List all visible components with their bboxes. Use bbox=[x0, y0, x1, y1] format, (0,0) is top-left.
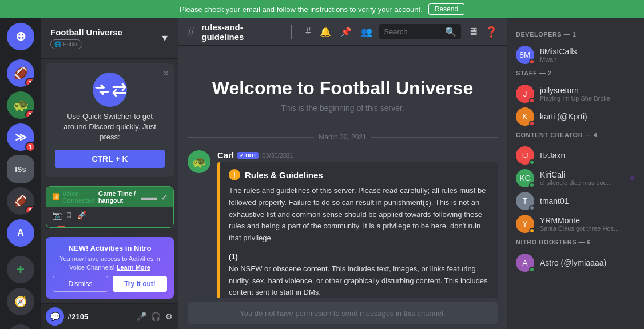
nitro-promo-title: NEW! Activities in Nitro bbox=[53, 244, 167, 252]
screen-share-icon[interactable]: 🖥 bbox=[65, 211, 73, 220]
voice-user-avatar: 🐸 bbox=[52, 226, 70, 228]
list-item[interactable]: IJItzJaxn bbox=[511, 144, 639, 167]
tryit-button[interactable]: Try it out! bbox=[113, 276, 167, 292]
user-controls: 🎤 🎧 ⚙ bbox=[136, 311, 174, 322]
server-icon-iss[interactable]: ISs bbox=[7, 155, 34, 183]
member-info: 8MistCallsMwah bbox=[540, 47, 635, 63]
learn-more-link[interactable]: Learn More bbox=[117, 264, 150, 271]
channel-hash-icon: # bbox=[188, 25, 194, 39]
channel-name: rules-and-guidelines bbox=[201, 22, 284, 42]
message-content: Carl ✓ BOT 03/30/2021 ! Rules & Guidelin… bbox=[217, 150, 498, 298]
member-info: jollysreturnPlaying Im Up She Broke bbox=[540, 86, 635, 102]
headset-icon[interactable]: 🎧 bbox=[150, 311, 162, 322]
list-item[interactable]: JjollysreturnPlaying Im Up She Broke bbox=[511, 82, 639, 105]
rules-section-num: (1) bbox=[229, 251, 488, 263]
nitro-promo-subtitle: You now have access to Activities in Voi… bbox=[53, 255, 167, 271]
welcome-subtitle: This is the beginning of this server. bbox=[188, 103, 498, 113]
notification-badge-4: 2 bbox=[25, 206, 34, 215]
expand-icon[interactable]: ⤢ bbox=[161, 192, 168, 202]
avatar: IJ bbox=[516, 146, 534, 164]
help-icon[interactable]: ❓ bbox=[485, 26, 498, 38]
member-name: KiriCali bbox=[540, 170, 622, 179]
server-icon-4[interactable]: 🏈 2 bbox=[7, 187, 34, 215]
member-name: tmant01 bbox=[540, 196, 635, 206]
search-input[interactable] bbox=[384, 27, 442, 36]
member-info: KiriCaliel silencio dice mas que... bbox=[540, 170, 622, 186]
member-info: tmant01 bbox=[540, 196, 635, 206]
member-status: Mwah bbox=[540, 56, 635, 63]
member-info: ItzJaxn bbox=[540, 151, 635, 160]
server-name: Football Universe bbox=[50, 27, 122, 37]
list-item[interactable]: Ttmant01 bbox=[511, 190, 639, 212]
user-name: #2105 bbox=[67, 312, 132, 321]
member-name: jollysreturn bbox=[540, 86, 635, 95]
date-divider: March 30, 2021 bbox=[188, 133, 498, 141]
member-category: STAFF — 2 bbox=[507, 66, 644, 80]
user-settings-icon[interactable]: ⚙ bbox=[164, 311, 174, 322]
server-icon-5[interactable]: A bbox=[7, 219, 34, 247]
server-list: ⊕ 🏈 1 🐢 1 ≫ 1 ISs 🏈 2 A + 🧭 ⬇ bbox=[0, 18, 41, 329]
dismiss-button[interactable]: Dismiss bbox=[53, 276, 108, 292]
member-category: CONTENT CREATOR — 4 bbox=[507, 128, 644, 142]
quick-switcher-icon: ⇄ bbox=[93, 73, 127, 107]
server-header[interactable]: Football Universe 🌐 Public ▼ bbox=[41, 18, 178, 59]
avatar: J bbox=[516, 85, 534, 103]
welcome-title: Welcome to Football Universe bbox=[188, 78, 498, 99]
waveform-icon[interactable]: ▬▬ bbox=[141, 192, 157, 202]
voice-header-icons: ▬▬ ⤢ bbox=[141, 192, 168, 202]
download-icon[interactable]: ⬇ bbox=[7, 324, 34, 329]
server-icon-2[interactable]: 🐢 1 bbox=[7, 91, 34, 119]
rules-card: ! Rules & Guidelines The rules and guide… bbox=[217, 162, 498, 298]
pin-icon[interactable]: 📌 bbox=[340, 26, 352, 37]
rules-section-1: (1) No NSFW or obscene content. This inc… bbox=[229, 251, 488, 298]
public-badge: 🌐 Public bbox=[50, 39, 82, 49]
nitro-promo: NEW! Activities in Nitro You now have ac… bbox=[46, 237, 174, 299]
status-dot bbox=[529, 159, 535, 165]
list-item[interactable]: Kkarti (@Kprti) bbox=[511, 105, 639, 128]
avatar: K bbox=[516, 107, 534, 126]
notification-badge-2: 1 bbox=[25, 110, 34, 119]
list-item[interactable]: YYRMMonteSanta Claus got three Hos... bbox=[511, 212, 639, 235]
quick-switcher-text: Use Quick Switcher to get around Discord… bbox=[55, 111, 165, 143]
camera-icon[interactable]: 📷 bbox=[52, 211, 62, 220]
list-item[interactable]: AAstro (@lymiaaaa) bbox=[511, 251, 639, 274]
member-info: karti (@Kprti) bbox=[540, 112, 635, 121]
voice-user-info: bonbon #0001 bbox=[75, 227, 102, 228]
notification-badge-1: 1 bbox=[25, 78, 34, 87]
threads-icon[interactable]: # bbox=[305, 26, 311, 37]
member-name: YRMMonte bbox=[540, 216, 635, 225]
voice-connected-box: 📶 Voice Connected Game Time / hangout ▬▬… bbox=[46, 186, 174, 228]
resend-button[interactable]: Resend bbox=[428, 3, 464, 15]
mic-mute-icon[interactable]: 🎤 bbox=[136, 311, 148, 322]
status-dot bbox=[529, 59, 535, 65]
server-icon-3[interactable]: ≫ 1 bbox=[7, 123, 34, 151]
discord-home-icon[interactable]: ⊕ bbox=[7, 23, 34, 50]
welcome-section: Welcome to Football Universe This is the… bbox=[188, 55, 498, 124]
member-status: el silencio dice mas que... bbox=[540, 179, 622, 186]
quick-switcher-shortcut[interactable]: CTRL + K bbox=[55, 150, 165, 168]
avatar: A bbox=[516, 254, 534, 272]
inbox-icon[interactable]: 🖥 bbox=[468, 26, 478, 38]
list-item[interactable]: 8M8MistCallsMwah bbox=[511, 43, 639, 66]
search-box[interactable]: 🔍 bbox=[379, 24, 461, 39]
status-dot bbox=[529, 228, 535, 234]
main-content: # rules-and-guidelines The rules and gui… bbox=[178, 18, 507, 329]
members-icon[interactable]: 👥 bbox=[361, 26, 372, 37]
avatar: Y bbox=[516, 215, 534, 233]
status-dot bbox=[529, 205, 535, 211]
avatar: KC bbox=[516, 169, 534, 187]
voice-username: bonbon bbox=[75, 227, 102, 228]
streaming-icon: 🖥 bbox=[628, 174, 635, 182]
member-name: Astro (@lymiaaaa) bbox=[540, 258, 635, 267]
discover-icon[interactable]: 🧭 bbox=[7, 288, 34, 315]
close-popup-button[interactable]: ✕ bbox=[162, 68, 169, 79]
voice-user: 🐸 bonbon #0001 🎤 🎧 ⚙ bbox=[46, 223, 173, 228]
mute-icon[interactable]: 🔔 bbox=[320, 26, 331, 37]
activities-icon[interactable]: 🚀 bbox=[77, 211, 86, 220]
server-icon-1[interactable]: 🏈 1 bbox=[7, 59, 34, 87]
member-info: Astro (@lymiaaaa) bbox=[540, 258, 635, 267]
status-dot bbox=[529, 121, 535, 126]
list-item[interactable]: KCKiriCaliel silencio dice mas que...🖥 bbox=[511, 167, 639, 190]
member-status: Playing Im Up She Broke bbox=[540, 95, 635, 102]
add-server-button[interactable]: + bbox=[7, 256, 34, 283]
